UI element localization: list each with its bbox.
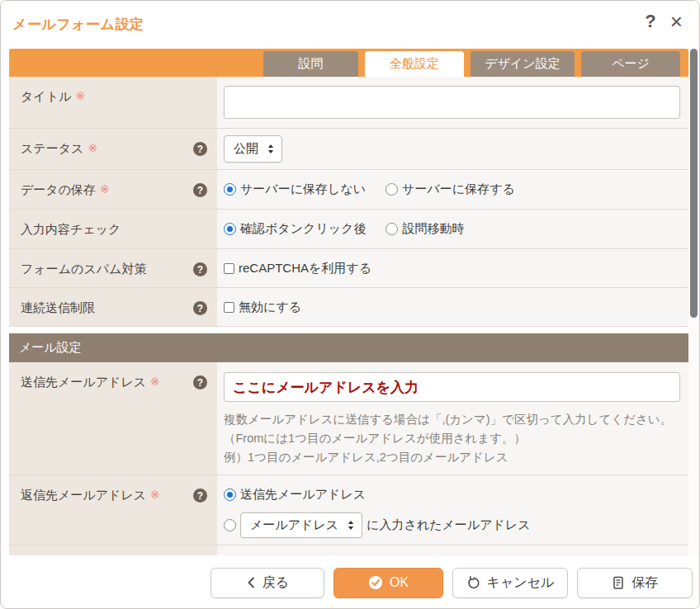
- mail-settings-heading: メール設定: [19, 340, 82, 356]
- ok-button[interactable]: OK: [333, 568, 443, 598]
- reply-field-radio[interactable]: [224, 519, 236, 531]
- required-mark: ※: [150, 375, 160, 388]
- form-row-reply-address-labelcol: 返信先メールアドレス ※ ?: [9, 475, 217, 545]
- reply-option-to-address: 送信先メールアドレス: [224, 487, 366, 503]
- cancel-button-label: キャンセル: [487, 574, 555, 592]
- form-row-send-limit-content: 無効にする: [217, 288, 688, 326]
- ok-button-label: OK: [390, 575, 409, 590]
- vertical-scrollbar[interactable]: [688, 49, 699, 555]
- tab-general-settings[interactable]: 全般設定: [365, 51, 464, 77]
- help-icon[interactable]: ?: [645, 12, 655, 31]
- section-gap: [9, 327, 688, 333]
- check-circle-icon: [368, 575, 383, 590]
- title-label: タイトル: [21, 89, 71, 105]
- form-row-title: タイトル ※: [9, 77, 688, 129]
- document-icon: [612, 576, 625, 590]
- recaptcha-checkbox-label: reCAPTCHAを利用する: [239, 261, 371, 276]
- data-save-help-icon[interactable]: ?: [193, 183, 207, 197]
- tab-pages[interactable]: ページ: [581, 51, 680, 77]
- form-row-to-address-content: 複数メールアドレスに送信する場合は「,(カンマ)」で区切って入力してください。 …: [217, 362, 688, 474]
- status-select[interactable]: 公開: [224, 135, 282, 163]
- select-stepper-icon: [267, 144, 274, 154]
- form-row-reply-address-content: 送信先メールアドレス メールアドレス に入力されたメールアドレス: [217, 475, 688, 545]
- data-save-no-save-label: サーバーに保存しない: [240, 182, 366, 197]
- to-address-note-line2: （Fromには1つ目のメールアドレスが使用されます。）: [224, 429, 680, 448]
- save-button-label: 保存: [631, 574, 658, 592]
- form-row-input-check-labelcol: 入力内容チェック: [9, 210, 217, 248]
- form-row-to-address: 送信先メールアドレス ※ ? 複数メールアドレスに送信する場合は「,(カンマ)」…: [9, 362, 688, 475]
- dialog-scroll-content: 設問 全般設定 デザイン設定 ページ タイトル ※: [9, 49, 688, 555]
- data-save-save-label: サーバーに保存する: [402, 182, 515, 197]
- tab-bar: 設問 全般設定 デザイン設定 ページ: [9, 49, 688, 77]
- spam-label: フォームのスパム対策: [21, 262, 146, 277]
- input-check-on-move-radio[interactable]: [385, 223, 398, 235]
- tab-questions[interactable]: 設問: [263, 51, 358, 77]
- input-check-after-confirm-label: 確認ボタンクリック後: [240, 221, 366, 237]
- form-row-send-limit-labelcol: 連続送信制限 ?: [9, 288, 217, 326]
- form-row-title-labelcol: タイトル ※: [9, 77, 217, 128]
- reply-field-select[interactable]: メールアドレス: [240, 512, 362, 538]
- to-address-input[interactable]: [224, 372, 680, 402]
- status-help-icon[interactable]: ?: [193, 142, 207, 156]
- recaptcha-checkbox[interactable]: [224, 263, 234, 274]
- back-button-label: 戻る: [262, 574, 289, 592]
- data-save-option-save: サーバーに保存する: [385, 182, 515, 197]
- tab-general-settings-label: 全般設定: [390, 56, 439, 72]
- reply-address-label: 返信先メールアドレス: [21, 488, 146, 503]
- section-header-mail-settings: メール設定: [9, 333, 688, 362]
- select-stepper-icon: [348, 520, 354, 531]
- form-row-input-check: 入力内容チェック 確認ボタンクリック後 設問移動時: [9, 210, 688, 249]
- to-address-label: 送信先メールアドレス: [21, 375, 146, 390]
- scrollbar-thumb[interactable]: [690, 49, 698, 318]
- reply-option-field: メールアドレス に入力されたメールアドレス: [224, 512, 531, 538]
- page-title: メールフォーム設定: [12, 15, 144, 34]
- spam-help-icon[interactable]: ?: [193, 262, 207, 276]
- required-mark: ※: [150, 488, 160, 501]
- to-address-help-icon[interactable]: ?: [193, 375, 207, 389]
- form-row-spam-content: reCAPTCHAを利用する: [217, 249, 688, 287]
- dialog-header: メールフォーム設定 ? ×: [1, 1, 699, 49]
- data-save-save-radio[interactable]: [385, 183, 398, 196]
- input-check-option-on-move: 設問移動時: [385, 221, 464, 237]
- input-check-on-move-label: 設問移動時: [402, 221, 464, 237]
- form-row-partial-labelcol: [9, 545, 217, 555]
- form-row-status: ステータス ※ ? 公開: [9, 129, 688, 170]
- disable-checkbox[interactable]: [224, 302, 234, 313]
- form-row-input-check-content: 確認ボタンクリック後 設問移動時: [217, 210, 688, 248]
- form-row-spam: フォームのスパム対策 ? reCAPTCHAを利用する: [9, 249, 688, 288]
- input-check-label: 入力内容チェック: [21, 222, 121, 238]
- form-row-data-save: データの保存 ※ ? サーバーに保存しない サーバーに保存する: [9, 170, 688, 210]
- input-check-after-confirm-radio[interactable]: [224, 223, 236, 235]
- form-row-data-save-content: サーバーに保存しない サーバーに保存する: [217, 170, 688, 209]
- form-row-status-labelcol: ステータス ※ ?: [9, 129, 217, 169]
- reply-to-address-option-label: 送信先メールアドレス: [240, 487, 366, 503]
- data-save-no-save-radio[interactable]: [224, 183, 236, 196]
- back-button[interactable]: 戻る: [210, 568, 324, 598]
- mailform-settings-dialog: メールフォーム設定 ? × 設問 全般設定 デザイン設定 ページ: [0, 0, 700, 609]
- form-row-reply-address: 返信先メールアドレス ※ ? 送信先メールアドレス メールアドレス: [9, 475, 688, 545]
- to-address-note-line1: 複数メールアドレスに送信する場合は「,(カンマ)」で区切って入力してください。: [224, 410, 680, 429]
- data-save-label: データの保存: [21, 182, 96, 198]
- undo-icon: [466, 576, 480, 590]
- cancel-button[interactable]: キャンセル: [452, 568, 568, 598]
- dialog-header-icons: ? ×: [645, 11, 683, 32]
- reply-to-address-radio[interactable]: [224, 489, 236, 501]
- send-limit-help-icon[interactable]: ?: [193, 301, 207, 315]
- tab-questions-label: 設問: [299, 56, 324, 72]
- reply-address-help-icon[interactable]: ?: [193, 489, 207, 503]
- form-row-status-content: 公開: [217, 129, 688, 169]
- tab-pages-label: ページ: [612, 56, 650, 72]
- to-address-notes: 複数メールアドレスに送信する場合は「,(カンマ)」で区切って入力してください。 …: [224, 410, 680, 467]
- tab-design-settings-label: デザイン設定: [485, 56, 560, 72]
- form-row-partial-content: [217, 545, 688, 555]
- close-icon[interactable]: ×: [670, 11, 683, 32]
- send-limit-option: 無効にする: [224, 300, 301, 315]
- save-button[interactable]: 保存: [577, 568, 693, 598]
- form-row-spam-labelcol: フォームのスパム対策 ?: [9, 249, 217, 287]
- tab-design-settings[interactable]: デザイン設定: [471, 51, 575, 77]
- send-limit-label: 連続送信制限: [21, 300, 95, 316]
- title-input[interactable]: [224, 86, 680, 119]
- dialog-scroll-area: 設問 全般設定 デザイン設定 ページ タイトル ※: [9, 49, 691, 555]
- required-mark: ※: [75, 89, 85, 102]
- form-row-data-save-labelcol: データの保存 ※ ?: [9, 170, 217, 209]
